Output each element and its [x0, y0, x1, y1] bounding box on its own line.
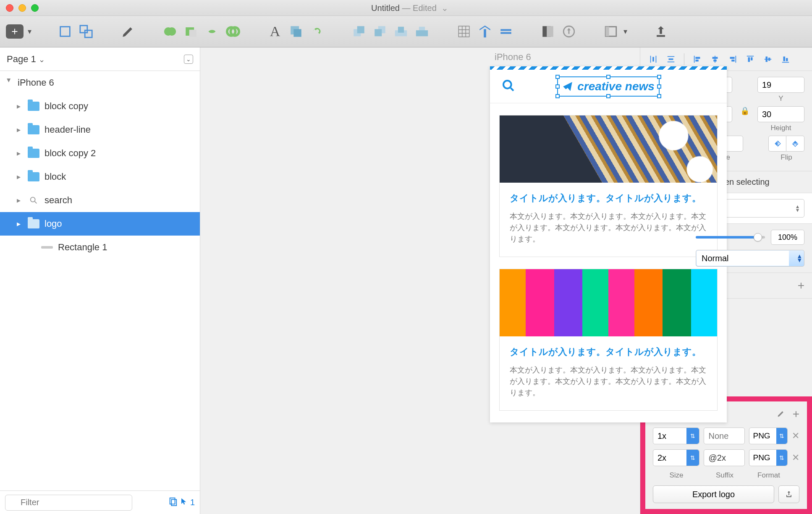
- resize-handle[interactable]: [555, 94, 560, 98]
- export-size-select[interactable]: 2x⇅: [653, 449, 699, 466]
- y-input[interactable]: [757, 77, 804, 93]
- insert-button[interactable]: [6, 24, 24, 39]
- layer-row[interactable]: ▸search: [0, 189, 200, 212]
- slider-thumb[interactable]: [754, 233, 762, 241]
- canvas[interactable]: iPhone 6 creative news: [200, 47, 640, 514]
- export-button[interactable]: Export logo: [653, 485, 774, 503]
- svg-rect-33: [171, 499, 176, 506]
- image-button[interactable]: [288, 23, 304, 40]
- disclosure-icon[interactable]: ▸: [17, 149, 25, 158]
- align-bottom-icon[interactable]: [778, 53, 793, 66]
- export-suffix-input[interactable]: [704, 449, 745, 466]
- export-format-select[interactable]: PNG⇅: [749, 449, 788, 466]
- artboard-row[interactable]: ▸ iPhone 6: [0, 71, 200, 94]
- export-suffix-input[interactable]: [704, 427, 745, 444]
- svg-rect-17: [398, 27, 404, 33]
- export-format-select[interactable]: PNG⇅: [749, 427, 788, 444]
- artboard-label[interactable]: iPhone 6: [495, 52, 531, 63]
- pen-tool-button[interactable]: [120, 23, 136, 40]
- intersect-button[interactable]: [204, 23, 220, 40]
- disclosure-icon[interactable]: ▸: [17, 219, 25, 228]
- artboard[interactable]: creative news タイトルが入ります。タイトルが入ります。 本文が入り…: [490, 66, 727, 422]
- chevron-down-icon[interactable]: ⌄: [439, 3, 448, 13]
- symbol-button[interactable]: [309, 23, 325, 40]
- align-top-icon[interactable]: [743, 53, 757, 66]
- pages-header[interactable]: Page 1 ⌄ ⌄: [0, 47, 200, 71]
- disclosure-icon[interactable]: ▸: [17, 196, 25, 205]
- add-shadow-button[interactable]: +: [798, 279, 804, 292]
- add-export-button[interactable]: +: [793, 407, 799, 420]
- share-button[interactable]: [778, 485, 799, 503]
- resize-handle[interactable]: [606, 94, 610, 98]
- align-left-icon[interactable]: [690, 53, 705, 66]
- ruler-button[interactable]: [498, 23, 514, 40]
- text-tool-button[interactable]: A: [267, 23, 283, 40]
- pencil-icon[interactable]: [777, 409, 785, 420]
- disclosure-icon[interactable]: ▸: [17, 172, 25, 181]
- logo-selection[interactable]: creative news: [562, 80, 655, 93]
- search-icon[interactable]: [502, 79, 515, 94]
- layer-row[interactable]: ▸block copy 2: [0, 142, 200, 165]
- export-toolbar-button[interactable]: [652, 23, 669, 40]
- svg-rect-52: [751, 57, 753, 60]
- svg-rect-40: [669, 58, 673, 60]
- distribute-h-icon[interactable]: [646, 53, 660, 66]
- remove-export-button[interactable]: ✕: [792, 430, 799, 441]
- forward-button[interactable]: [351, 23, 367, 40]
- blending-select[interactable]: Normal ▴▾: [696, 250, 804, 267]
- height-input[interactable]: [757, 106, 804, 122]
- ungroup-button[interactable]: [78, 23, 94, 40]
- resize-handle[interactable]: [555, 75, 560, 79]
- view-dropdown-icon[interactable]: ▾: [623, 27, 627, 36]
- align-right-icon[interactable]: [726, 53, 740, 66]
- view-button[interactable]: [602, 23, 619, 40]
- subtract-button[interactable]: [183, 23, 199, 40]
- resize-handle[interactable]: [606, 75, 610, 79]
- resize-handle[interactable]: [657, 94, 661, 98]
- lock-icon[interactable]: 🔒: [740, 106, 750, 132]
- svg-rect-54: [766, 56, 768, 62]
- group-button[interactable]: [57, 23, 73, 40]
- remove-export-button[interactable]: ✕: [792, 452, 799, 463]
- layer-row-selected[interactable]: ▸logo: [0, 212, 200, 236]
- insert-dropdown-icon[interactable]: ▾: [28, 27, 31, 36]
- mirror-button[interactable]: [561, 23, 577, 40]
- layer-row[interactable]: Rectangle 1: [0, 236, 200, 259]
- distribute-v-icon[interactable]: [664, 53, 678, 66]
- disclosure-icon[interactable]: ▸: [5, 79, 14, 87]
- layout-button[interactable]: [477, 23, 493, 40]
- export-suffix-label: Suffix: [704, 471, 745, 480]
- svg-rect-51: [748, 57, 750, 62]
- union-button[interactable]: [162, 23, 178, 40]
- mask-button[interactable]: [540, 23, 556, 40]
- expand-pages-icon[interactable]: ⌄: [184, 55, 193, 64]
- flip-vertical-button[interactable]: [786, 136, 804, 152]
- minimize-window-button[interactable]: [18, 4, 26, 12]
- toolbar: ▾ A ▾: [0, 16, 812, 47]
- export-size-select[interactable]: 1x⇅: [653, 427, 699, 444]
- layer-row[interactable]: ▸header-line: [0, 118, 200, 142]
- resize-handle[interactable]: [555, 84, 560, 89]
- disclosure-icon[interactable]: ▸: [17, 102, 25, 111]
- zoom-window-button[interactable]: [31, 4, 39, 12]
- pages-icon[interactable]: [168, 497, 178, 508]
- align-center-h-icon[interactable]: [708, 53, 722, 66]
- align-center-v-icon[interactable]: [761, 53, 775, 66]
- flip-horizontal-button[interactable]: [768, 136, 786, 152]
- filter-input[interactable]: [5, 495, 132, 511]
- card-title: タイトルが入ります。タイトルが入ります。: [510, 191, 707, 205]
- opacity-slider[interactable]: [696, 236, 765, 239]
- front-button[interactable]: [393, 23, 409, 40]
- resize-handle[interactable]: [657, 84, 661, 89]
- opacity-value[interactable]: 100%: [771, 230, 804, 245]
- disclosure-icon[interactable]: ▸: [17, 125, 25, 134]
- back-button[interactable]: [414, 23, 430, 40]
- grid-button[interactable]: [456, 23, 472, 40]
- layer-row[interactable]: ▸block: [0, 165, 200, 189]
- resize-handle[interactable]: [657, 75, 661, 79]
- svg-rect-46: [713, 59, 716, 61]
- difference-button[interactable]: [225, 23, 241, 40]
- backward-button[interactable]: [372, 23, 388, 40]
- close-window-button[interactable]: [6, 4, 13, 12]
- layer-row[interactable]: ▸block copy: [0, 94, 200, 118]
